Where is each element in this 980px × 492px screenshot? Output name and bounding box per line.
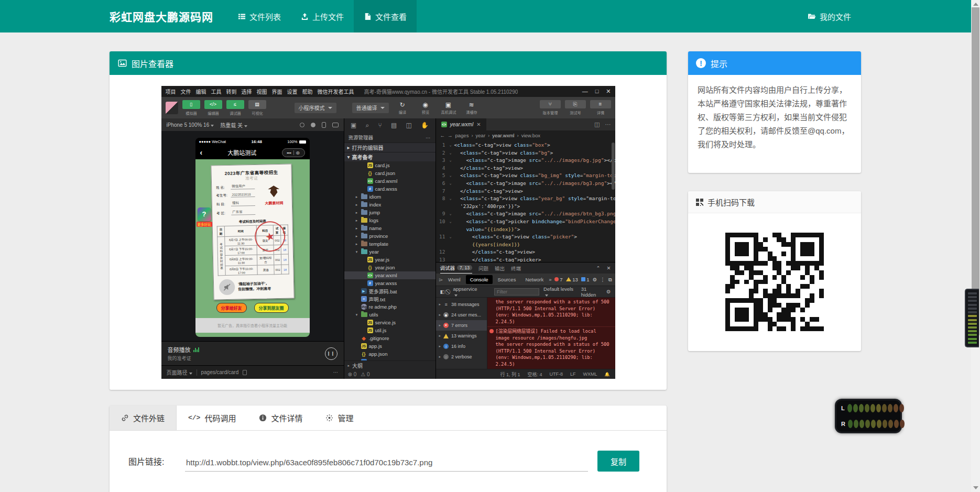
nav-item-文件查看[interactable]: 文件查看: [354, 0, 417, 32]
nav-item-上传文件[interactable]: 上传文件: [291, 0, 354, 32]
devtools-tab-Wxml[interactable]: Wxml: [444, 275, 465, 284]
tree-item-year.wxml[interactable]: <>year.wxml: [344, 271, 435, 279]
split-icon[interactable]: ◫: [406, 122, 411, 129]
scroll-up-arrow[interactable]: [973, 3, 978, 6]
close-tab-icon[interactable]: ✕: [476, 122, 481, 127]
files-icon[interactable]: ▣: [351, 122, 356, 129]
console-settings-icon[interactable]: ⚙: [606, 289, 611, 294]
share-to-moments-button[interactable]: 分享到朋友圈: [254, 303, 289, 313]
toolbar-toggle-模拟器[interactable]: ▯模拟器: [182, 100, 200, 116]
share-to-friend-button[interactable]: 分享给好友: [216, 303, 247, 313]
tree-item-year[interactable]: ▾year: [344, 248, 435, 256]
code-editor[interactable]: 1⌄<class="c-tag">view class="box">2⌄ <cl…: [436, 140, 615, 262]
toolbar-toggle-可视化[interactable]: ▤可视化: [248, 100, 266, 116]
menu-item[interactable]: 界面: [272, 88, 282, 95]
tab-文件外链[interactable]: 文件外链: [110, 406, 177, 430]
tree-item-更多源码.bat[interactable]: ▶更多源码.bat: [344, 287, 435, 295]
menu-item[interactable]: 微信开发者工具: [318, 88, 354, 95]
console-group-info[interactable]: ▸i16 info: [436, 341, 487, 352]
action-清缓存[interactable]: ≋清缓存: [462, 101, 481, 115]
page-scrollbar[interactable]: [971, 0, 980, 492]
inspect-icon[interactable]: ⌲: [439, 277, 443, 283]
console-group-warn[interactable]: ▸13 warnings: [436, 331, 487, 341]
open-editors-section[interactable]: ▸打开的编辑器: [344, 143, 435, 152]
undock-icon[interactable]: ⧉: [608, 277, 612, 283]
console-group-list[interactable]: ▸≡38 messages: [436, 299, 487, 310]
hand-icon[interactable]: ✋: [421, 122, 429, 129]
tree-item-card.wxss[interactable]: #card.wxss: [344, 185, 435, 193]
scroll-down-arrow[interactable]: [973, 486, 978, 489]
tab-管理[interactable]: 管理: [314, 406, 365, 430]
menu-item[interactable]: 视图: [257, 88, 267, 95]
tab-代码调用[interactable]: </>代码调用: [177, 406, 247, 430]
outline-section[interactable]: ▸大纲: [344, 361, 435, 370]
tree-item-idiom[interactable]: ▸idiom: [344, 193, 435, 201]
action-测试号[interactable]: ⎘测试号: [565, 100, 586, 115]
sidebar-toggle-icon[interactable]: ◧: [440, 289, 445, 294]
console-filter-input[interactable]: [494, 288, 539, 296]
status-item[interactable]: UTF-8: [550, 371, 563, 377]
pause-button[interactable]: ❙❙: [325, 347, 337, 360]
rotate-icon[interactable]: [300, 123, 304, 127]
tree-item-logs[interactable]: ▸logs: [344, 216, 435, 224]
breadcrumb-item[interactable]: pages: [455, 133, 469, 138]
console-group-bug[interactable]: ▸◌2 verbose: [436, 352, 487, 362]
devtools-tab-Console[interactable]: Console: [466, 275, 493, 284]
action-预览[interactable]: ◉预览: [416, 101, 435, 115]
action-真机调试[interactable]: ▣真机调试: [439, 101, 458, 115]
bell-icon[interactable]: 🔔: [605, 372, 610, 377]
tree-item-.gitignore[interactable]: ◆.gitignore: [344, 334, 435, 342]
action-编译[interactable]: ↻编译: [393, 101, 412, 115]
tree-item-utils[interactable]: ▾utils: [344, 311, 435, 319]
tree-item-template[interactable]: ▸template: [344, 240, 435, 248]
devtools-tab-Sources[interactable]: Sources: [494, 275, 520, 284]
tab-terminal[interactable]: 终端: [511, 265, 521, 272]
menu-item[interactable]: 编辑: [196, 88, 206, 95]
device-select[interactable]: iPhone 5 100% 16: [167, 122, 214, 128]
editor-more-icon[interactable]: ⋯: [605, 121, 611, 128]
split-editor-icon[interactable]: ◫: [594, 121, 600, 128]
miniapp-capsule[interactable]: ••• ◎: [282, 148, 305, 157]
status-item[interactable]: WXML: [583, 371, 597, 377]
tree-item-year.js[interactable]: JSyear.js: [344, 256, 435, 264]
extensions-icon[interactable]: ▤: [391, 122, 397, 129]
tree-item-name[interactable]: ▸name: [344, 224, 435, 232]
tree-item-index[interactable]: ▸index: [344, 201, 435, 209]
breadcrumb-item[interactable]: year: [476, 133, 485, 138]
maximize-button[interactable]: □: [595, 88, 599, 95]
tree-item-card.json[interactable]: {}card.json: [344, 169, 435, 177]
action-详情[interactable]: ≡详情: [590, 100, 611, 115]
more-tabs-icon[interactable]: »: [549, 277, 551, 282]
close-button[interactable]: ✕: [606, 88, 611, 95]
breadcrumb-item[interactable]: year.wxml: [492, 133, 514, 138]
window-mode-icon[interactable]: [332, 123, 339, 127]
mode-select[interactable]: 小程序模式: [295, 103, 336, 113]
toolbar-toggle-调试器[interactable]: ≤调试器: [226, 100, 244, 116]
status-item[interactable]: 行 1, 列 1: [500, 371, 520, 378]
record-icon[interactable]: [311, 123, 315, 127]
muted-speaker-icon[interactable]: [219, 279, 235, 296]
devtools-tab-Network[interactable]: Network: [521, 275, 548, 284]
tab-debugger[interactable]: 调试器 7, 13: [440, 263, 472, 274]
hot-reload-select[interactable]: 热重载 关: [220, 121, 247, 129]
menu-item[interactable]: 帮助: [302, 88, 313, 95]
menu-item[interactable]: 文件: [181, 88, 191, 95]
tree-item-card.js[interactable]: JScard.js: [344, 161, 435, 169]
copy-button[interactable]: 复制: [597, 451, 639, 472]
nav-item-文件列表[interactable]: 文件列表: [228, 0, 291, 32]
menu-item[interactable]: 项目: [166, 88, 176, 95]
console-group-user[interactable]: ▸☻24 user mes...: [436, 310, 487, 320]
nav-back-icon[interactable]: ←: [440, 133, 445, 138]
action-版本管理[interactable]: ⑂版本管理: [540, 100, 561, 115]
tree-item-year.json[interactable]: {}year.json: [344, 264, 435, 271]
scrollbar-thumb[interactable]: [972, 7, 979, 335]
nav-item-my-files[interactable]: 我的文件: [798, 0, 861, 32]
tree-item-app.json[interactable]: {}app.json: [344, 350, 435, 358]
menu-item[interactable]: 选择: [242, 88, 252, 95]
menu-item[interactable]: 转到: [226, 88, 237, 95]
kebab-icon[interactable]: ⋮: [600, 277, 605, 282]
tab-文件详情[interactable]: 文件详情: [247, 406, 314, 430]
editor-tab-year-wxml[interactable]: <> year.wxml ✕: [436, 118, 486, 130]
nav-forward-icon[interactable]: →: [448, 133, 453, 138]
source-control-icon[interactable]: ⑂: [378, 122, 382, 129]
